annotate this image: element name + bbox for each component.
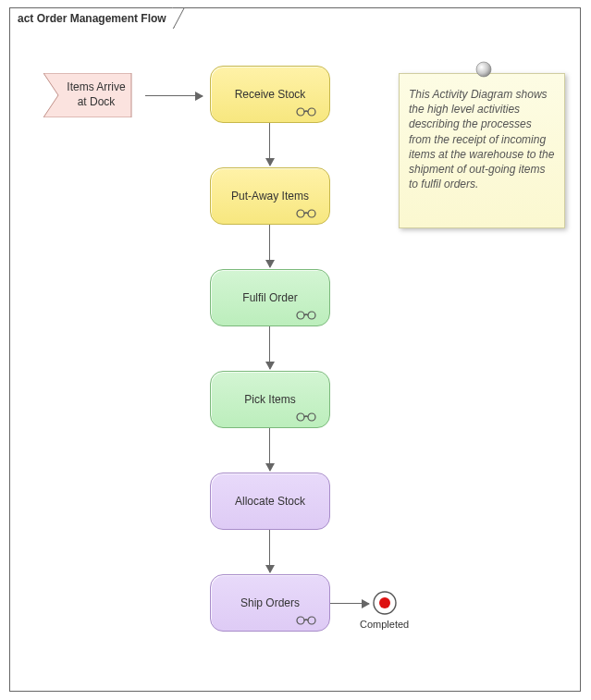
flow-2-3: [269, 225, 270, 267]
svg-point-11: [379, 597, 390, 608]
flow-to-final: [330, 603, 369, 604]
activity-label: Allocate Stock: [235, 495, 305, 508]
event-items-arrive[interactable]: Items Arrive at Dock: [43, 73, 145, 117]
svg-point-8: [297, 617, 304, 624]
activity-pick-items[interactable]: Pick Items: [210, 371, 330, 428]
activity-label: Ship Orders: [240, 596, 300, 609]
frame-title: act Order Management Flow: [10, 12, 174, 25]
composite-icon: [296, 311, 316, 320]
diagram-canvas: act Order Management Flow Items Arrive a…: [0, 0, 591, 700]
diagram-frame: act Order Management Flow Items Arrive a…: [9, 7, 581, 692]
activity-label: Pick Items: [244, 393, 295, 406]
svg-point-5: [308, 312, 315, 319]
composite-icon: [296, 107, 316, 117]
composite-icon: [296, 616, 316, 625]
svg-point-2: [297, 210, 304, 217]
svg-point-4: [297, 312, 304, 319]
pin-icon: [475, 61, 492, 78]
event-label: Items Arrive at Dock: [64, 80, 129, 109]
activity-ship-orders[interactable]: Ship Orders: [210, 574, 330, 632]
activity-label: Put-Away Items: [231, 190, 309, 203]
flow-event-to-receive: [145, 95, 203, 96]
flow-3-4: [269, 326, 270, 369]
flow-1-2: [269, 123, 270, 166]
activity-fulfil-order[interactable]: Fulfil Order: [210, 269, 330, 326]
svg-point-7: [308, 413, 315, 421]
flow-5-6: [269, 530, 270, 572]
flow-4-5: [269, 428, 270, 471]
svg-point-12: [476, 62, 491, 77]
final-node[interactable]: [373, 591, 397, 615]
svg-point-9: [308, 617, 315, 624]
final-label: Completed: [360, 619, 409, 630]
activity-put-away-items[interactable]: Put-Away Items: [210, 167, 330, 225]
activity-allocate-stock[interactable]: Allocate Stock: [210, 473, 330, 530]
composite-icon: [296, 412, 316, 422]
final-node-icon: [373, 591, 397, 615]
note-text: This Activity Diagram shows the high lev…: [409, 88, 554, 190]
activity-label: Receive Stock: [235, 88, 306, 101]
diagram-note[interactable]: This Activity Diagram shows the high lev…: [399, 73, 565, 228]
activity-receive-stock[interactable]: Receive Stock: [210, 66, 330, 123]
svg-point-6: [297, 413, 304, 421]
svg-point-1: [308, 108, 315, 116]
composite-icon: [296, 209, 316, 218]
activity-label: Fulfil Order: [242, 291, 297, 304]
svg-point-0: [297, 108, 304, 116]
frame-title-tab: act Order Management Flow: [9, 7, 175, 28]
svg-point-3: [308, 210, 315, 217]
